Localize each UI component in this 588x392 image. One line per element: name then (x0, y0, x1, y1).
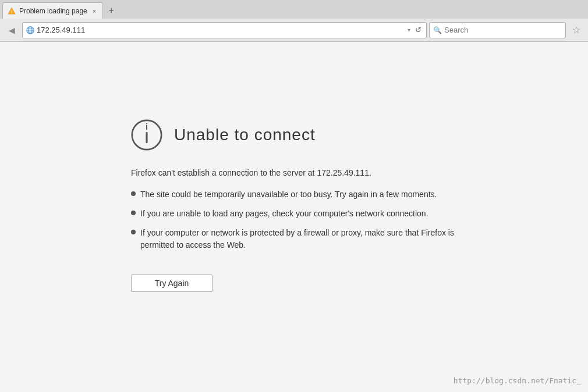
error-header: i Unable to connect (131, 119, 316, 151)
error-title: Unable to connect (174, 126, 316, 144)
tab-title: Problem loading page (19, 7, 87, 15)
bullet-icon (131, 191, 136, 196)
info-circle-icon: i (131, 119, 162, 151)
warning-icon: ! (8, 7, 16, 15)
list-item-text: If your computer or network is protected… (140, 227, 457, 251)
address-dropdown-button[interactable]: ▾ (406, 26, 412, 34)
error-list: The site could be temporarily unavailabl… (131, 188, 457, 258)
address-bar[interactable]: ▾ ↺ (22, 22, 427, 38)
globe-icon (26, 26, 34, 34)
search-input[interactable] (444, 26, 562, 34)
list-item: If your computer or network is protected… (131, 227, 457, 251)
browser-chrome: ! Problem loading page × + ◀ ▾ ↺ (0, 0, 588, 42)
back-icon: ◀ (9, 26, 15, 35)
search-icon: 🔍 (433, 26, 442, 34)
list-item: The site could be temporarily unavailabl… (131, 188, 457, 201)
svg-text:i: i (146, 122, 148, 131)
page-content: i Unable to connect Firefox can't establ… (0, 42, 588, 392)
bullet-icon (131, 230, 136, 234)
reload-button[interactable]: ↺ (414, 24, 423, 35)
tab-close-button[interactable]: × (91, 7, 98, 15)
back-button[interactable]: ◀ (3, 22, 20, 38)
svg-text:!: ! (11, 9, 12, 13)
bullet-icon (131, 211, 136, 215)
tab-bar: ! Problem loading page × + (0, 0, 588, 19)
list-item-text: If you are unable to load any pages, che… (140, 208, 428, 220)
watermark: http://blog.csdn.net/Fnatic_ (454, 376, 581, 385)
bookmark-button[interactable]: ☆ (568, 22, 585, 38)
search-bar[interactable]: 🔍 (429, 22, 566, 38)
active-tab[interactable]: ! Problem loading page × (2, 2, 103, 19)
nav-bar: ◀ ▾ ↺ 🔍 ☆ (0, 19, 588, 42)
address-input[interactable] (37, 26, 404, 34)
new-tab-button[interactable]: + (104, 3, 118, 17)
list-item: If you are unable to load any pages, che… (131, 208, 457, 220)
error-container: i Unable to connect Firefox can't establ… (131, 119, 457, 292)
list-item-text: The site could be temporarily unavailabl… (140, 188, 437, 201)
try-again-button[interactable]: Try Again (131, 275, 212, 292)
error-description: Firefox can't establish a connection to … (131, 167, 371, 179)
